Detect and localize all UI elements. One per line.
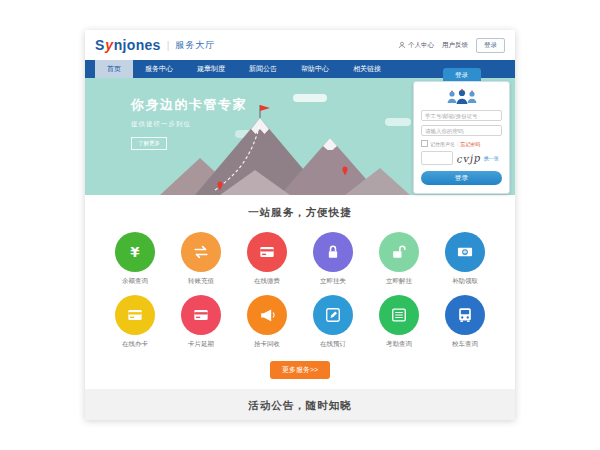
feedback-label: 用户反馈	[442, 41, 468, 50]
banknote-icon	[445, 232, 485, 272]
service-label: 补助领取	[441, 277, 489, 286]
feedback-link[interactable]: 用户反馈	[442, 41, 468, 50]
personal-center-label: 个人中心	[408, 41, 434, 50]
nav-item-1[interactable]: 服务中心	[133, 60, 185, 78]
service-label: 余额查询	[111, 277, 159, 286]
login-panel: 登录 记住用户名 | 忘记密码 cvjp 换一张 登录	[413, 68, 510, 194]
remember-label: 记住用户名	[430, 141, 455, 147]
site-name: 服务大厅	[175, 39, 215, 52]
service-item[interactable]: 卡片延期	[177, 295, 225, 349]
login-tab[interactable]: 登录	[443, 68, 481, 81]
lock-icon	[313, 232, 353, 272]
more-services-button[interactable]: 更多服务>>	[270, 361, 330, 379]
page: Synjones | 服务大厅 个人中心 用户反馈 登录 首页服务中心规章制度新…	[85, 30, 515, 420]
announcements-title: 活动公告，随时知晓	[99, 399, 501, 413]
captcha-row: cvjp 换一张	[421, 151, 502, 165]
service-label: 在线缴费	[243, 277, 291, 286]
forgot-password-link[interactable]: 忘记密码	[460, 141, 480, 147]
options-separator: |	[457, 141, 458, 147]
unlock-icon	[379, 232, 419, 272]
service-item[interactable]: 考勤查询	[375, 295, 423, 349]
login-card: 记住用户名 | 忘记密码 cvjp 换一张 登录	[413, 81, 510, 194]
logo[interactable]: Synjones	[95, 37, 161, 53]
logo-divider: |	[167, 40, 170, 51]
logo-text-rest: njones	[114, 37, 161, 53]
service-item[interactable]: 在线办卡	[111, 295, 159, 349]
service-item[interactable]: 在线预订	[309, 295, 357, 349]
service-label: 在线办卡	[111, 340, 159, 349]
login-button[interactable]: 登录	[421, 171, 502, 185]
announcements-section: 活动公告，随时知晓 使用动态 最新公告 更多>> 使用指南 更多>>	[85, 389, 515, 420]
nav-item-3[interactable]: 新闻公告	[237, 60, 289, 78]
captcha-input[interactable]	[421, 151, 453, 165]
service-label: 转账充值	[177, 277, 225, 286]
service-item[interactable]: 拾卡回收	[243, 295, 291, 349]
edit-icon	[313, 295, 353, 335]
logo-text: S	[95, 37, 105, 53]
hero-text: 你身边的卡管专家 提供捷径一步到位 了解更多	[131, 96, 247, 150]
header-login-button[interactable]: 登录	[476, 38, 505, 53]
logo-accent: y	[105, 37, 113, 53]
user-icon	[398, 41, 406, 49]
hero-title: 你身边的卡管专家	[131, 96, 247, 114]
card-icon	[247, 232, 287, 272]
bus-icon	[445, 295, 485, 335]
remember-checkbox[interactable]	[421, 140, 428, 147]
card-icon	[181, 295, 221, 335]
nav-item-2[interactable]: 规章制度	[185, 60, 237, 78]
services-row-2: 在线办卡卡片延期拾卡回收在线预订考勤查询校车查询	[85, 295, 515, 349]
login-options: 记住用户名 | 忘记密码	[421, 140, 502, 147]
service-label: 立即解挂	[375, 277, 423, 286]
users-group-icon	[445, 88, 479, 105]
service-label: 立即挂失	[309, 277, 357, 286]
username-input[interactable]	[421, 110, 502, 121]
service-item[interactable]: 补助领取	[441, 232, 489, 286]
megaphone-icon	[247, 295, 287, 335]
nav-item-4[interactable]: 帮助中心	[289, 60, 341, 78]
service-label: 卡片延期	[177, 340, 225, 349]
service-label: 校车查询	[441, 340, 489, 349]
service-label: 在线预订	[309, 340, 357, 349]
service-item[interactable]: 立即解挂	[375, 232, 423, 286]
personal-center-link[interactable]: 个人中心	[398, 41, 434, 50]
service-label: 拾卡回收	[243, 340, 291, 349]
yen-icon	[115, 232, 155, 272]
hero-cta-button[interactable]: 了解更多	[131, 137, 167, 150]
captcha-image[interactable]: cvjp	[456, 152, 481, 165]
change-captcha-link[interactable]: 换一张	[484, 155, 499, 161]
service-item[interactable]: 校车查询	[441, 295, 489, 349]
hero-subtitle: 提供捷径一步到位	[131, 120, 247, 129]
nav-item-0[interactable]: 首页	[95, 60, 133, 78]
services-section: 一站服务，方便快捷 余额查询转账充值在线缴费立即挂失立即解挂补助领取 在线办卡卡…	[85, 195, 515, 389]
service-item[interactable]: 转账充值	[177, 232, 225, 286]
transfer-icon	[181, 232, 221, 272]
services-row-1: 余额查询转账充值在线缴费立即挂失立即解挂补助领取	[85, 232, 515, 286]
password-input[interactable]	[421, 125, 502, 136]
card-icon	[115, 295, 155, 335]
services-title: 一站服务，方便快捷	[85, 206, 515, 220]
list-icon	[379, 295, 419, 335]
nav-item-5[interactable]: 相关链接	[341, 60, 393, 78]
service-item[interactable]: 在线缴费	[243, 232, 291, 286]
service-label: 考勤查询	[375, 340, 423, 349]
service-item[interactable]: 立即挂失	[309, 232, 357, 286]
site-header: Synjones | 服务大厅 个人中心 用户反馈 登录	[85, 30, 515, 60]
service-item[interactable]: 余额查询	[111, 232, 159, 286]
